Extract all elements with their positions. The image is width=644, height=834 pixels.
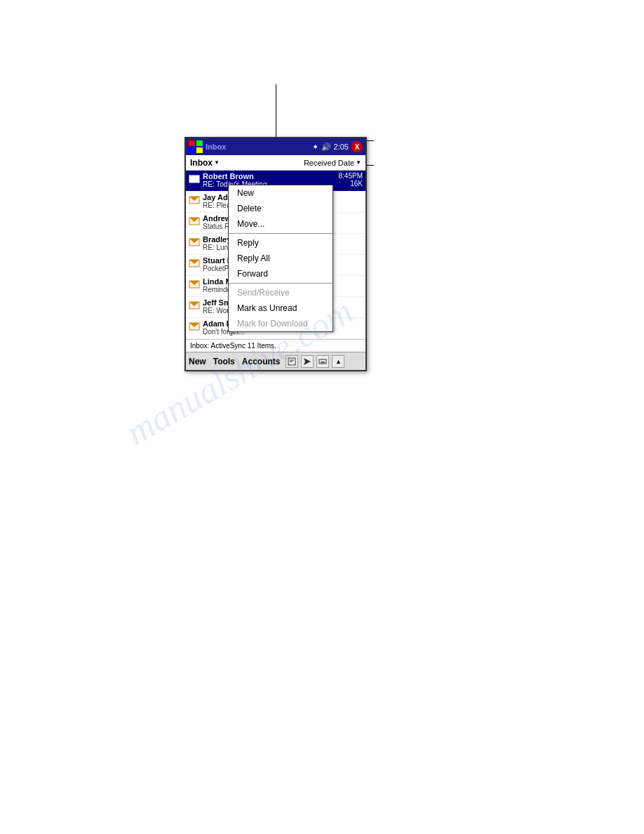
toolbar-labels: New Tools Accounts [189, 357, 280, 366]
email-icon-1 [189, 194, 200, 206]
svg-rect-2 [189, 147, 195, 153]
inbox-text: Inbox [190, 158, 213, 168]
context-menu-send-receive: Send/Receive [229, 285, 333, 300]
svg-rect-24 [319, 359, 326, 364]
toolbar-send-icon[interactable] [301, 355, 314, 368]
svg-rect-0 [189, 140, 195, 146]
email-icon-4 [189, 258, 200, 269]
compose-icon [288, 357, 296, 366]
email-icon-3 [189, 237, 200, 248]
received-date-dropdown-arrow[interactable]: ▼ [356, 159, 361, 166]
context-menu-divider-1 [229, 233, 333, 234]
email-size-0: 16K [350, 180, 363, 187]
connection-icon: ✦ [312, 143, 318, 152]
context-menu: New Delete Move... Reply Reply All Forwa… [228, 185, 333, 332]
toolbar-scroll-up-icon[interactable]: ▲ [332, 355, 344, 368]
email-icon-0 [189, 173, 200, 185]
close-button[interactable]: X [351, 141, 363, 152]
keyboard-icon [318, 357, 327, 366]
received-date-label[interactable]: Received Date ▼ [304, 159, 361, 167]
windows-logo-icon [189, 140, 203, 153]
toolbar-accounts-label[interactable]: Accounts [242, 357, 281, 366]
email-list: Robert Brown RE: Today's Meeting 8:45PM … [186, 171, 365, 339]
context-menu-mark-download: Mark for Download [229, 316, 333, 331]
clock: 2:05 [334, 143, 349, 151]
toolbar-keyboard-icon[interactable] [316, 355, 329, 368]
title-bar-icons: ✦ 🔊 2:05 X [312, 141, 363, 152]
context-menu-move[interactable]: Move... [229, 216, 333, 232]
context-menu-reply-all[interactable]: Reply All [229, 251, 333, 266]
inbox-label[interactable]: Inbox ▼ [190, 158, 220, 168]
svg-rect-1 [196, 140, 203, 146]
page-container: manualshive.com Inbox ✦ 🔊 2:05 X [0, 0, 644, 834]
received-date-text: Received Date [304, 159, 354, 167]
svg-marker-23 [304, 358, 311, 365]
email-sender-0: Robert Brown [203, 172, 335, 180]
email-meta-0: 8:45PM 16K [335, 172, 363, 187]
email-icon-2 [189, 216, 200, 227]
status-text: Inbox: ActiveSync 11 Items. [190, 342, 276, 350]
context-menu-forward[interactable]: Forward [229, 266, 333, 282]
context-menu-delete[interactable]: Delete [229, 201, 333, 216]
context-menu-new[interactable]: New [229, 185, 333, 201]
email-time-0: 8:45PM [339, 172, 363, 180]
toolbar-icons: ▲ [286, 355, 344, 368]
svg-rect-3 [196, 147, 203, 153]
status-bar: Inbox: ActiveSync 11 Items. [186, 339, 365, 352]
toolbar-compose-icon[interactable] [286, 355, 298, 368]
annotation-line-1 [276, 84, 276, 140]
send-icon [303, 357, 311, 366]
email-icon-7 [189, 321, 200, 332]
device-window: Inbox ✦ 🔊 2:05 X Inbox ▼ Received Date ▼ [185, 137, 367, 371]
title-bar: Inbox ✦ 🔊 2:05 X [186, 138, 365, 155]
context-menu-divider-2 [229, 283, 333, 284]
email-icon-6 [189, 300, 200, 311]
inbox-bar: Inbox ▼ Received Date ▼ [186, 155, 365, 171]
inbox-dropdown-arrow[interactable]: ▼ [214, 159, 220, 166]
title-bar-app-name: Inbox [203, 143, 312, 151]
context-menu-reply[interactable]: Reply [229, 235, 333, 251]
context-menu-mark-unread[interactable]: Mark as Unread [229, 300, 333, 316]
toolbar-new-label[interactable]: New [189, 357, 206, 366]
email-icon-5 [189, 279, 200, 290]
bottom-toolbar: New Tools Accounts [186, 352, 365, 370]
toolbar-tools-label[interactable]: Tools [213, 357, 235, 366]
volume-icon: 🔊 [321, 143, 331, 152]
